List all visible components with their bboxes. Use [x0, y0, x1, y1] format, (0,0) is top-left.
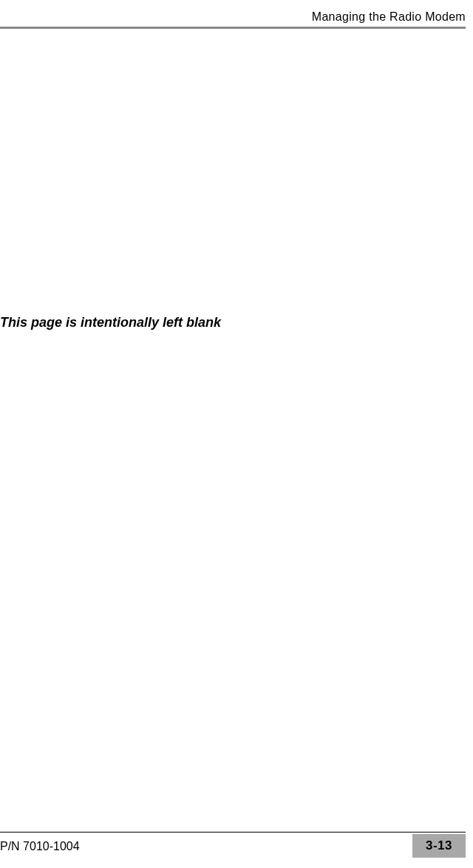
header-divider — [0, 27, 466, 29]
blank-page-message: This page is intentionally left blank — [0, 315, 221, 330]
page-number-box: 3-13 — [412, 834, 466, 858]
footer-divider — [0, 832, 466, 833]
section-title: Managing the Radio Modem — [312, 10, 466, 24]
part-number: P/N 7010-1004 — [0, 840, 80, 853]
page-number: 3-13 — [426, 838, 452, 853]
